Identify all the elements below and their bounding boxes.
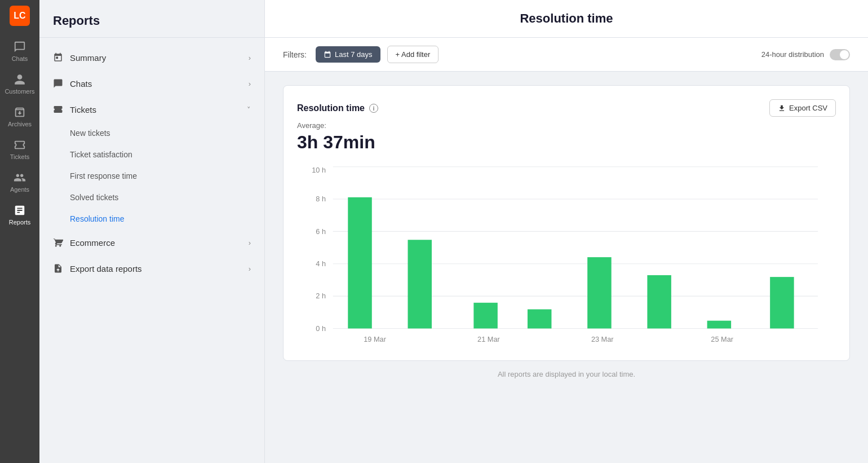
bar-23mar [587,257,611,328]
customers-label: Customers [5,88,34,95]
bar-20mar [408,240,432,328]
export-icon [53,263,63,274]
distribution-label: 24-hour distribution [761,50,824,59]
sidebar-item-chats[interactable]: Chats [0,35,39,68]
bar-26mar [770,277,794,328]
filters-bar: Filters: Last 7 days + Add filter 24-hou… [265,38,868,72]
summary-chevron: › [249,54,251,62]
footer-note: All reports are displayed in your local … [283,361,850,387]
main-content: Resolution time Filters: Last 7 days + A… [265,0,868,463]
tickets-label: Tickets [10,153,29,160]
filters-label: Filters: [283,50,307,59]
bar-21mar [473,303,497,329]
archives-icon [14,106,26,118]
nav-item-tickets[interactable]: Tickets ˅ [39,96,264,122]
chats-chevron: › [249,80,251,88]
tickets-chevron: ˅ [247,105,251,114]
sub-item-ticket-satisfaction[interactable]: Ticket satisfaction [70,144,264,165]
svg-text:23 Mar: 23 Mar [591,335,614,343]
export-label: Export data reports [70,264,142,274]
export-chevron: › [249,264,251,273]
sub-item-new-tickets[interactable]: New tickets [70,122,264,144]
cart-icon [53,237,63,248]
sub-item-solved-tickets[interactable]: Solved tickets [70,187,264,208]
sidebar-item-reports[interactable]: Reports [0,199,39,231]
logo[interactable]: LC [10,6,30,26]
svg-text:4 h: 4 h [316,259,326,268]
agents-icon [14,171,26,184]
nav-items: Summary › Chats › Tickets ˅ New tickets [39,38,264,288]
svg-text:8 h: 8 h [316,195,326,203]
nav-header: Reports [39,0,264,38]
tickets-icon [14,139,26,151]
sidebar-item-customers[interactable]: Customers [0,68,39,100]
active-filter-label: Last 7 days [335,50,373,59]
nav-item-summary[interactable]: Summary › [39,45,264,70]
export-csv-button[interactable]: Export CSV [769,99,836,117]
active-filter-button[interactable]: Last 7 days [316,46,380,63]
sidebar-item-archives[interactable]: Archives [0,100,39,133]
bar-chart: 0 h 2 h 4 h 6 h 8 h 10 h [297,166,836,347]
distribution-toggle-group: 24-hour distribution [761,49,850,60]
distribution-toggle[interactable] [830,49,850,60]
nav-item-export[interactable]: Export data reports › [39,255,264,281]
svg-text:21 Mar: 21 Mar [477,335,500,343]
nav-item-ecommerce[interactable]: Ecommerce › [39,230,264,255]
svg-text:25 Mar: 25 Mar [711,335,733,343]
sub-item-resolution-time[interactable]: Resolution time [70,208,264,230]
reports-icon [14,204,26,217]
average-label: Average: [297,121,836,130]
tickets-sub-items: New tickets Ticket satisfaction First re… [39,122,264,230]
add-filter-button[interactable]: + Add filter [387,46,439,63]
sidebar-item-tickets[interactable]: Tickets [0,133,39,166]
chat-icon [14,41,26,53]
average-value: 3h 37min [297,132,836,153]
nav-panel: Reports Summary › Chats › Tickets [39,0,265,463]
sidebar-item-agents[interactable]: Agents [0,166,39,199]
bar-19mar [348,197,371,329]
chart-wrapper: 0 h 2 h 4 h 6 h 8 h 10 h [297,166,836,347]
ecommerce-label: Ecommerce [70,238,115,248]
calendar-filter-icon [324,51,331,59]
nav-item-tickets-group: Tickets ˅ New tickets Ticket satisfactio… [39,96,264,230]
tickets-nav-label: Tickets [70,105,96,114]
chart-card-header: Resolution time i Export CSV [297,99,836,117]
chart-area: Resolution time i Export CSV Average: 3h… [265,72,868,463]
ticket-nav-icon [53,104,63,114]
chat-nav-icon [53,78,63,89]
info-icon[interactable]: i [369,104,378,113]
agents-label: Agents [10,186,29,193]
svg-text:2 h: 2 h [316,292,326,300]
bar-25mar [707,321,731,329]
page-title: Resolution time [265,0,868,38]
nav-item-chats[interactable]: Chats › [39,70,264,96]
sub-item-first-response[interactable]: First response time [70,165,264,187]
summary-label: Summary [70,53,106,63]
svg-text:0 h: 0 h [316,324,326,333]
icon-sidebar: LC Chats Customers Archives Tickets Agen… [0,0,39,463]
svg-text:10 h: 10 h [312,166,326,174]
svg-text:19 Mar: 19 Mar [364,335,386,343]
bar-24mar [647,275,671,329]
archives-label: Archives [8,121,32,127]
reports-label: Reports [9,219,31,226]
chart-card: Resolution time i Export CSV Average: 3h… [283,85,850,361]
svg-text:6 h: 6 h [316,227,326,236]
ecommerce-chevron: › [249,239,251,247]
customers-icon [14,73,26,86]
download-icon [778,104,786,112]
chats-label: Chats [12,55,28,62]
bar-22mar [528,309,551,328]
chats-nav-label: Chats [70,79,92,89]
chart-title: Resolution time i [297,103,378,113]
calendar-icon [53,52,63,63]
